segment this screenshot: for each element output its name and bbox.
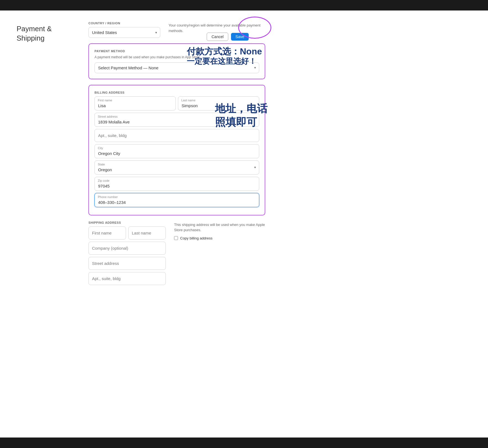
- copy-billing-row: Copy billing address: [174, 236, 265, 240]
- shipping-info-text: This shipping address will be used when …: [174, 222, 265, 233]
- billing-zip-input[interactable]: [95, 177, 259, 191]
- shipping-street-row: [88, 257, 166, 270]
- billing-apt-row: [95, 129, 259, 142]
- left-sidebar: Payment & Shipping: [17, 22, 72, 426]
- shipping-company-row: [88, 242, 166, 255]
- country-info-text: Your country/region will determine your …: [169, 22, 265, 33]
- billing-apt-field: [95, 129, 259, 142]
- country-select[interactable]: United States Canada United Kingdom Aust…: [88, 27, 160, 38]
- shipping-address-label: SHIPPING ADDRESS: [88, 221, 166, 224]
- main-content: COUNTRY / REGION United States Canada Un…: [72, 22, 265, 426]
- payment-method-select[interactable]: Select Payment Method — None Credit Card…: [95, 62, 259, 73]
- country-select-wrapper: United States Canada United Kingdom Aust…: [88, 27, 160, 38]
- billing-last-name-input[interactable]: [178, 96, 259, 110]
- country-col: COUNTRY / REGION United States Canada Un…: [88, 22, 160, 38]
- shipping-apt-field: [88, 272, 166, 285]
- billing-name-row: First name Last name: [95, 96, 259, 110]
- cancel-button[interactable]: Cancel: [207, 33, 228, 41]
- payment-method-label: PAYMENT METHOD: [95, 49, 259, 53]
- shipping-company-input[interactable]: [88, 242, 166, 255]
- billing-state-field: State Oregon California Texas New York ▾: [95, 160, 259, 175]
- shipping-first-name-input[interactable]: [88, 226, 126, 239]
- country-label: COUNTRY / REGION: [88, 22, 160, 25]
- payment-method-desc: A payment method will be used when you m…: [95, 55, 259, 60]
- shipping-name-row: [88, 226, 166, 239]
- shipping-street-input[interactable]: [88, 257, 166, 270]
- shipping-apt-input[interactable]: [88, 272, 166, 285]
- billing-street-input[interactable]: [95, 113, 259, 127]
- shipping-form-col: SHIPPING ADDRESS: [88, 221, 166, 287]
- shipping-info-col: This shipping address will be used when …: [174, 221, 265, 287]
- shipping-address-section: SHIPPING ADDRESS: [88, 221, 265, 287]
- shipping-street-field: [88, 257, 166, 270]
- page-title: Payment & Shipping: [17, 24, 72, 43]
- billing-street-field: Street address: [95, 113, 259, 127]
- billing-phone-row: Phone number: [95, 193, 259, 207]
- billing-last-name-field: Last name: [178, 96, 259, 110]
- shipping-last-name-field: [128, 226, 166, 239]
- bottom-bar: [0, 438, 488, 448]
- payment-method-box: PAYMENT METHOD A payment method will be …: [88, 43, 265, 79]
- billing-city-field: City: [95, 144, 259, 158]
- header-actions: Cancel Save: [207, 33, 249, 41]
- top-bar: [0, 0, 488, 10]
- billing-address-box: BILLING ADDRESS First name Last name Str…: [88, 85, 265, 215]
- payment-select-wrapper: Select Payment Method — None Credit Card…: [95, 62, 259, 73]
- copy-billing-checkbox[interactable]: [174, 236, 178, 240]
- billing-first-name-input[interactable]: [95, 96, 176, 110]
- shipping-apt-row: [88, 272, 166, 285]
- save-button[interactable]: Save: [231, 33, 249, 41]
- billing-city-input[interactable]: [95, 144, 259, 158]
- shipping-last-name-input[interactable]: [128, 226, 166, 239]
- billing-state-select[interactable]: Oregon California Texas New York: [95, 160, 259, 175]
- billing-zip-field: Zip code: [95, 177, 259, 191]
- billing-phone-field: Phone number: [95, 193, 259, 207]
- billing-street-row: Street address: [95, 113, 259, 127]
- shipping-company-field: [88, 242, 166, 255]
- billing-first-name-field: First name: [95, 96, 176, 110]
- billing-zip-row: Zip code: [95, 177, 259, 191]
- copy-billing-label: Copy billing address: [180, 236, 212, 240]
- billing-apt-input[interactable]: [95, 129, 259, 142]
- billing-phone-input[interactable]: [95, 193, 259, 207]
- shipping-first-name-field: [88, 226, 126, 239]
- billing-city-row: City: [95, 144, 259, 158]
- billing-address-label: BILLING ADDRESS: [95, 91, 259, 94]
